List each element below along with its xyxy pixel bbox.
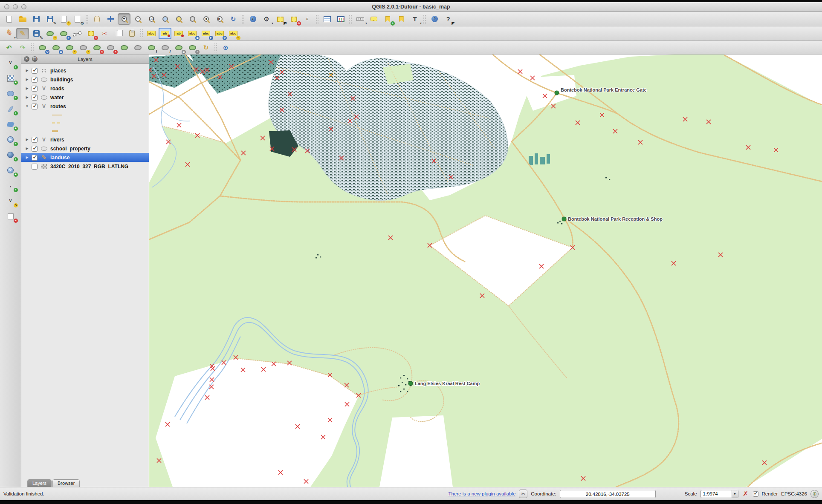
dropdown-arrow-icon[interactable]: ▼ xyxy=(15,204,18,207)
new-shapefile-layer-button[interactable]: V*▼ xyxy=(4,195,17,207)
layer-item-routes[interactable]: ▼Vroutes xyxy=(21,102,149,111)
layer-item-school_property[interactable]: ▶school_property xyxy=(21,144,149,153)
zoom-last-button[interactable]: ◄ xyxy=(200,13,212,25)
composer-manager-button[interactable]: ⚙ xyxy=(71,13,84,25)
expand-arrow-icon[interactable]: ▶ xyxy=(25,95,29,99)
layer-item-landuse[interactable]: ▶✎landuse xyxy=(21,153,149,162)
simplify-feature-button[interactable]: ◆ xyxy=(49,42,62,53)
add-raster-layer-button[interactable]: + xyxy=(4,72,17,84)
select-features-rectangle-button[interactable]: ◤▼ xyxy=(274,13,287,25)
layer-visibility-checkbox[interactable] xyxy=(32,146,38,152)
help-contents-button[interactable]: ? xyxy=(428,13,441,25)
add-postgis-layer-button[interactable]: + xyxy=(4,88,17,99)
new-bookmark-button[interactable]: + xyxy=(381,13,394,25)
zoom-next-button[interactable]: ► xyxy=(213,13,226,25)
delete-ring-button[interactable]: × xyxy=(90,42,103,53)
reshape-features-button[interactable] xyxy=(118,42,130,53)
add-feature-button[interactable]: * xyxy=(43,28,56,39)
expand-arrow-icon[interactable]: ▶ xyxy=(25,138,29,141)
new-print-composer-button[interactable]: * xyxy=(57,13,70,25)
select-by-expression-button[interactable]: ε xyxy=(301,13,314,25)
pan-to-selection-button[interactable] xyxy=(104,13,117,25)
expand-arrow-icon[interactable]: ▶ xyxy=(25,147,29,150)
save-project-as-button[interactable]: ✎ xyxy=(43,13,56,25)
save-project-button[interactable] xyxy=(30,13,43,25)
expand-arrow-icon[interactable]: ▶ xyxy=(25,86,29,90)
expand-arrow-icon[interactable]: ▶ xyxy=(25,69,29,72)
layer-visibility-checkbox[interactable] xyxy=(32,164,38,170)
zoom-out-button[interactable]: − xyxy=(131,13,144,25)
node-tool-button[interactable] xyxy=(71,28,84,39)
layer-item-rivers[interactable]: ▶Vrivers xyxy=(21,135,149,144)
redo-button[interactable]: ↷ xyxy=(16,42,29,53)
split-parts-button[interactable]: / xyxy=(159,42,171,53)
cut-features-button[interactable]: ✂ xyxy=(98,28,111,39)
show-hide-labels-button[interactable]: abc◉ xyxy=(186,28,199,39)
delete-part-button[interactable]: × xyxy=(104,42,117,53)
check-validity-button[interactable]: ⊙ xyxy=(219,42,232,53)
coordinate-input[interactable]: 20.42816,-34.03725 xyxy=(560,490,656,498)
layer-visibility-checkbox[interactable] xyxy=(32,137,38,143)
panel-tab-layers[interactable]: Layers xyxy=(27,479,52,487)
close-window-button[interactable] xyxy=(4,4,9,9)
expand-arrow-icon[interactable]: ▼ xyxy=(25,104,29,108)
text-annotation-button[interactable]: T▼ xyxy=(408,13,421,25)
add-spatialite-layer-button[interactable]: + xyxy=(4,103,17,115)
add-mssql-layer-button[interactable]: + xyxy=(4,118,17,130)
crs-status-icon[interactable]: ⊕ xyxy=(810,490,819,498)
add-delimited-text-layer-button[interactable]: ,+ xyxy=(4,180,17,191)
add-wcs-layer-button[interactable]: + xyxy=(4,149,17,161)
panel-float-icon[interactable]: ❐ xyxy=(32,56,38,62)
panel-close-icon[interactable]: × xyxy=(24,56,29,62)
zoom-to-layer-button[interactable] xyxy=(186,13,199,25)
expand-arrow-icon[interactable]: ▶ xyxy=(25,78,29,81)
layer-visibility-checkbox[interactable] xyxy=(32,95,38,101)
layer-labeling-options-button[interactable]: abc xyxy=(145,28,158,39)
stop-render-icon[interactable]: ✗ xyxy=(742,490,750,498)
plugin-icon[interactable]: ✂ xyxy=(519,490,527,498)
rotate-label-button[interactable]: abc↻ xyxy=(213,28,226,39)
minimize-window-button[interactable] xyxy=(13,4,18,9)
delete-selected-button[interactable]: × xyxy=(84,28,97,39)
poi-marker[interactable] xyxy=(408,381,413,386)
highlight-pinned-labels-button[interactable]: ab xyxy=(172,28,185,39)
add-vector-layer-button[interactable]: V+ xyxy=(4,57,17,69)
rotate-feature-button[interactable]: ↻ xyxy=(36,42,49,53)
poi-marker[interactable] xyxy=(562,217,566,221)
layer-item-buildings[interactable]: ▶buildings xyxy=(21,75,149,84)
layer-visibility-checkbox[interactable] xyxy=(32,86,38,92)
plugin-available-link[interactable]: There is a new plugin available xyxy=(448,491,515,496)
copy-features-button[interactable] xyxy=(112,28,124,39)
measure-line-button[interactable]: ▼ xyxy=(354,13,367,25)
split-features-button[interactable]: / xyxy=(145,42,158,53)
pan-map-button[interactable] xyxy=(90,13,103,25)
layer-visibility-checkbox[interactable] xyxy=(32,68,38,74)
layer-visibility-checkbox[interactable] xyxy=(32,155,38,161)
whats-this-button[interactable]: ?◤ xyxy=(442,13,454,25)
add-ring-button[interactable]: * xyxy=(63,42,76,53)
save-layer-edits-button[interactable]: ✎ xyxy=(30,28,43,39)
layer-item-water[interactable]: ▶water xyxy=(21,93,149,102)
identify-features-button[interactable]: i xyxy=(246,13,259,25)
layer-visibility-checkbox[interactable] xyxy=(32,77,38,83)
render-checkbox[interactable] xyxy=(753,491,758,497)
rotate-point-symbols-button[interactable]: ↻ xyxy=(200,42,212,53)
chevron-down-icon[interactable]: ▼ xyxy=(732,490,738,498)
remove-layer-button[interactable]: − xyxy=(4,210,17,222)
offset-curve-button[interactable] xyxy=(131,42,144,53)
open-project-button[interactable] xyxy=(16,13,29,25)
move-label-button[interactable]: abc► xyxy=(200,28,212,39)
add-wfs-layer-button[interactable]: V+ xyxy=(4,164,17,176)
add-wms-layer-button[interactable]: w+ xyxy=(4,134,17,145)
zoom-window-button[interactable] xyxy=(21,4,26,9)
paste-features-button[interactable] xyxy=(125,28,138,39)
layer-visibility-checkbox[interactable] xyxy=(32,104,38,109)
change-label-properties-button[interactable]: abc✎ xyxy=(227,28,240,39)
run-feature-action-button[interactable]: ⚙▼ xyxy=(260,13,273,25)
toggle-editing-button[interactable]: ✎ xyxy=(16,28,29,39)
show-bookmarks-button[interactable] xyxy=(395,13,408,25)
dropdown-arrow-icon[interactable]: ▼ xyxy=(420,22,422,25)
field-calculator-button[interactable] xyxy=(334,13,347,25)
scale-combo[interactable]: 1:9974 ▼ xyxy=(700,490,738,498)
zoom-in-button[interactable]: + xyxy=(118,13,130,25)
